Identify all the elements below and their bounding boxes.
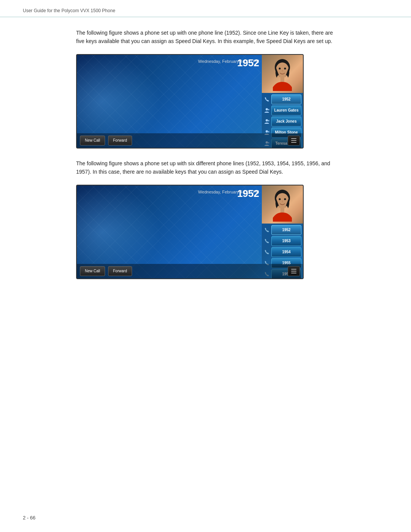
- key-icon-2-1: [263, 238, 270, 244]
- phone-screen-2: Wednesday, February 4 1:30 PM 1952: [76, 185, 304, 279]
- svg-rect-14: [280, 208, 284, 212]
- svg-point-13: [284, 198, 286, 200]
- svg-point-2: [279, 67, 281, 69]
- new-call-btn-1[interactable]: New Call: [80, 136, 105, 145]
- key-row-2-2: 1954: [263, 247, 301, 257]
- page-number: 2 - 66: [23, 515, 35, 521]
- svg-rect-4: [280, 77, 284, 82]
- svg-point-5: [266, 108, 268, 110]
- key-row-2-1: 1953: [263, 236, 301, 246]
- new-call-btn-2[interactable]: New Call: [80, 266, 105, 276]
- key-icon-2-0: [263, 227, 270, 233]
- phone-keys-panel-2: 1952 1953 1954: [262, 224, 303, 264]
- key-row-2-0: 1952: [263, 225, 301, 235]
- phone-bottom-bar-1: New Call Forward: [77, 133, 303, 148]
- phone-number-1: 1952: [237, 57, 259, 69]
- svg-point-6: [266, 119, 268, 121]
- key-row-1-1: Lauren Gates: [263, 105, 301, 115]
- menu-btn-2[interactable]: [288, 266, 300, 276]
- key-icon-1-1: [263, 107, 270, 114]
- phone-bottom-bar-2: New Call Forward: [77, 264, 303, 278]
- svg-point-7: [266, 130, 268, 133]
- svg-point-12: [279, 198, 281, 200]
- forward-btn-1[interactable]: Forward: [108, 136, 132, 145]
- key-btn-1-1[interactable]: Lauren Gates: [271, 105, 301, 115]
- phone-number-2: 1952: [237, 188, 259, 200]
- menu-icon-2: [291, 269, 296, 273]
- key-btn-2-1[interactable]: 1953: [271, 236, 301, 246]
- key-row-1-0: 1952: [263, 94, 301, 104]
- key-btn-1-0[interactable]: 1952: [271, 94, 301, 104]
- avatar-2: [262, 185, 303, 224]
- svg-point-3: [284, 67, 286, 69]
- key-btn-1-2[interactable]: Jack Jones: [271, 117, 301, 126]
- page-header: User Guide for the Polycom VVX 1500 Phon…: [0, 0, 411, 17]
- header-title: User Guide for the Polycom VVX 1500 Phon…: [23, 8, 115, 13]
- key-btn-2-2[interactable]: 1954: [271, 247, 301, 257]
- key-icon-2-2: [263, 249, 270, 256]
- key-icon-1-2: [263, 118, 270, 125]
- phone-screen-1: Wednesday, February 4 1:30 PM 1952: [76, 54, 304, 149]
- menu-icon-1: [291, 138, 296, 143]
- menu-btn-1[interactable]: [288, 136, 300, 145]
- phone-keys-panel-1: 1952 Lauren Gates: [262, 93, 303, 133]
- paragraph-1: The following figure shows a phone set u…: [76, 29, 335, 46]
- paragraph-2: The following figure shows a phone set u…: [76, 159, 335, 176]
- forward-btn-2[interactable]: Forward: [108, 266, 132, 276]
- key-row-1-2: Jack Jones: [263, 117, 301, 126]
- key-btn-2-0[interactable]: 1952: [271, 225, 301, 235]
- avatar-1: [262, 55, 303, 93]
- main-content: The following figure shows a phone set u…: [0, 17, 411, 301]
- key-icon-1-0: [263, 96, 270, 103]
